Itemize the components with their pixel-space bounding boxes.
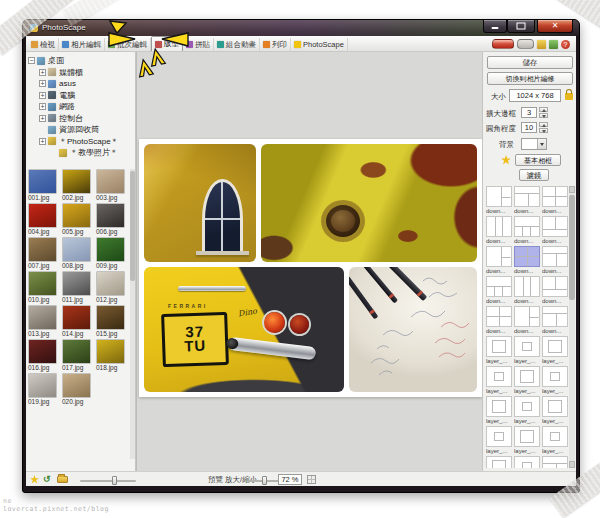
template-item[interactable]: layer_... bbox=[542, 366, 570, 394]
thumbnail-005.jpg[interactable]: 005.jpg bbox=[62, 203, 95, 237]
tree-item[interactable]: +網路 bbox=[28, 101, 133, 113]
tree-item[interactable]: +asus bbox=[28, 78, 133, 90]
zoom-percentage[interactable]: 72 % bbox=[278, 474, 302, 485]
template-item[interactable]: layer_... bbox=[514, 426, 542, 454]
margin-stepper[interactable] bbox=[539, 107, 548, 118]
round-input[interactable]: 10 bbox=[521, 122, 537, 133]
thumbnail-013.jpg[interactable]: 013.jpg bbox=[28, 305, 61, 339]
template-item[interactable]: layer_... bbox=[486, 366, 514, 394]
template-scrollbar[interactable] bbox=[569, 186, 575, 468]
update-badge[interactable] bbox=[492, 39, 514, 49]
tree-expander-icon[interactable]: − bbox=[28, 57, 35, 64]
thumbnail-003.jpg[interactable]: 003.jpg bbox=[96, 169, 129, 203]
favorites-icon[interactable] bbox=[30, 475, 39, 484]
refresh-icon[interactable]: ↺ bbox=[43, 475, 51, 484]
stepper-up-icon[interactable] bbox=[539, 122, 548, 127]
collage-page[interactable]: FERRARI 37 TU Dino bbox=[139, 139, 482, 397]
thumbnail-007.jpg[interactable]: 007.jpg bbox=[28, 237, 61, 271]
tree-expander-icon[interactable]: + bbox=[39, 92, 46, 99]
stepper-up-icon[interactable] bbox=[539, 107, 548, 112]
stepper-down-icon[interactable] bbox=[539, 128, 548, 133]
collage-photo-rusty-metal-bolt[interactable] bbox=[261, 144, 477, 262]
close-button[interactable]: ✕ bbox=[537, 20, 573, 33]
tree-item[interactable]: +媒體櫃 bbox=[28, 67, 133, 79]
minimize-button[interactable] bbox=[483, 20, 507, 33]
thumbnail-001.jpg[interactable]: 001.jpg bbox=[28, 169, 61, 203]
tree-item[interactable]: +＊PhotoScape＊ bbox=[28, 136, 133, 148]
tree-item[interactable]: +電腦 bbox=[28, 90, 133, 102]
template-item[interactable]: main_... bbox=[542, 456, 570, 468]
tree-expander-icon[interactable]: + bbox=[39, 69, 46, 76]
template-item[interactable]: layer_... bbox=[486, 396, 514, 424]
tree-item[interactable]: ＊教學照片＊ bbox=[28, 147, 133, 159]
template-item[interactable]: down... bbox=[542, 216, 570, 244]
margin-input[interactable]: 3 bbox=[521, 107, 537, 118]
thumbnail-020.jpg[interactable]: 020.jpg bbox=[62, 373, 95, 407]
dropdown-arrow-icon[interactable] bbox=[537, 139, 546, 149]
collage-photo-yellow-ferrari[interactable]: FERRARI 37 TU Dino bbox=[144, 267, 344, 392]
tree-expander-icon[interactable]: + bbox=[39, 138, 46, 145]
help-icon[interactable]: ? bbox=[561, 40, 570, 49]
folder-icon[interactable] bbox=[57, 476, 68, 483]
tree-expander-icon[interactable]: + bbox=[39, 103, 46, 110]
tree-item[interactable]: −桌面 bbox=[28, 55, 133, 67]
tab-viewer[interactable]: 檢視 bbox=[28, 38, 59, 51]
template-item[interactable]: layer_... bbox=[514, 366, 542, 394]
thumbnail-019.jpg[interactable]: 019.jpg bbox=[28, 373, 61, 407]
scroll-down-icon[interactable] bbox=[569, 461, 575, 468]
template-item[interactable]: layer_... bbox=[542, 396, 570, 424]
tab-photoscape[interactable]: PhotoScape bbox=[291, 38, 348, 51]
size-input[interactable]: 1024 x 768 bbox=[509, 89, 561, 102]
scrollbar-thumb[interactable] bbox=[569, 195, 575, 300]
scrollbar-thumb[interactable] bbox=[130, 171, 135, 281]
info-badge[interactable] bbox=[517, 39, 534, 49]
collage-photo-yellow-wall-window[interactable] bbox=[144, 144, 256, 262]
template-item[interactable]: layer_... bbox=[514, 336, 542, 364]
template-item[interactable]: down... bbox=[514, 216, 542, 244]
thumbnail-scrollbar[interactable] bbox=[130, 169, 135, 459]
template-item[interactable]: down... bbox=[542, 186, 570, 214]
thumbnail-016.jpg[interactable]: 016.jpg bbox=[28, 339, 61, 373]
template-item[interactable]: down... bbox=[542, 246, 570, 274]
filter-button[interactable]: 濾鏡 bbox=[519, 169, 549, 181]
preview-zoom-slider-knob[interactable] bbox=[262, 476, 267, 485]
template-item[interactable]: down... bbox=[514, 276, 542, 304]
maximize-button[interactable] bbox=[507, 20, 535, 33]
thumbnail-015.jpg[interactable]: 015.jpg bbox=[96, 305, 129, 339]
save-button[interactable]: 儲存 bbox=[487, 56, 573, 69]
basic-frame-button[interactable]: 基本相框 bbox=[515, 154, 561, 166]
template-item-selected[interactable]: down... bbox=[514, 246, 542, 274]
tree-expander-icon[interactable]: + bbox=[39, 115, 46, 122]
tree-item[interactable]: 資源回收筒 bbox=[28, 124, 133, 136]
lock-icon[interactable] bbox=[565, 93, 573, 100]
round-stepper[interactable] bbox=[539, 122, 548, 133]
stepper-down-icon[interactable] bbox=[539, 113, 548, 118]
template-item[interactable]: layer_... bbox=[514, 396, 542, 424]
share-icon[interactable] bbox=[549, 40, 558, 49]
switch-to-editor-button[interactable]: 切換到相片編修 bbox=[487, 72, 573, 85]
thumbnail-size-slider[interactable] bbox=[80, 480, 136, 482]
template-item[interactable]: down... bbox=[542, 276, 570, 304]
template-item[interactable]: layer_... bbox=[486, 456, 514, 468]
template-item[interactable]: layer_... bbox=[514, 456, 542, 468]
collage-photo-pens-handwriting[interactable] bbox=[349, 267, 477, 392]
background-color-dropdown[interactable] bbox=[521, 138, 547, 150]
thumbnail-014.jpg[interactable]: 014.jpg bbox=[62, 305, 95, 339]
template-item[interactable]: down... bbox=[542, 306, 570, 334]
template-item[interactable]: down... bbox=[486, 276, 514, 304]
template-item[interactable]: layer_... bbox=[542, 336, 570, 364]
thumbnail-017.jpg[interactable]: 017.jpg bbox=[62, 339, 95, 373]
tab-animated-gif[interactable]: 組合動畫 bbox=[214, 38, 260, 51]
tab-editor[interactable]: 相片編輯 bbox=[59, 38, 105, 51]
thumbnail-011.jpg[interactable]: 011.jpg bbox=[62, 271, 95, 305]
thumbnail-004.jpg[interactable]: 004.jpg bbox=[28, 203, 61, 237]
template-item[interactable]: layer_... bbox=[486, 426, 514, 454]
thumbnail-size-slider-knob[interactable] bbox=[112, 476, 117, 485]
home-icon[interactable] bbox=[537, 40, 546, 49]
scroll-up-icon[interactable] bbox=[569, 186, 575, 193]
tree-expander-icon[interactable]: + bbox=[39, 80, 46, 87]
zoom-fit-icon[interactable] bbox=[307, 475, 316, 484]
template-item[interactable]: down... bbox=[486, 186, 514, 214]
template-item[interactable]: layer_... bbox=[542, 426, 570, 454]
thumbnail-009.jpg[interactable]: 009.jpg bbox=[96, 237, 129, 271]
